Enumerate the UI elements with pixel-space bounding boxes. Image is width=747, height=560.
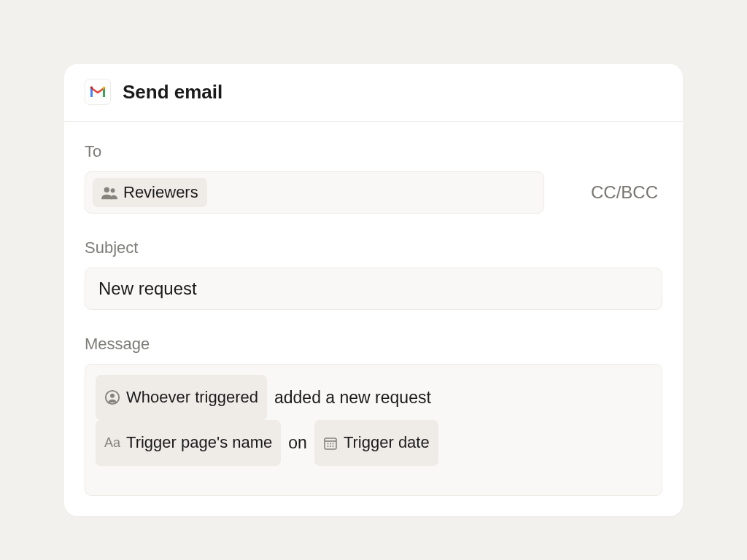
cc-bcc-button[interactable]: CC/BCC	[591, 182, 662, 203]
svg-point-3	[110, 394, 115, 398]
subject-value: New request	[93, 274, 203, 303]
subject-label: Subject	[85, 238, 662, 257]
svg-point-6	[327, 443, 328, 444]
to-label: To	[85, 142, 662, 161]
message-input[interactable]: Whoever triggered added a new request Aa…	[85, 364, 662, 496]
subject-input[interactable]: New request	[85, 268, 662, 310]
svg-point-11	[332, 446, 333, 447]
to-chip-reviewers[interactable]: Reviewers	[93, 178, 207, 207]
svg-point-1	[111, 188, 115, 192]
message-line-1: Whoever triggered added a new request	[96, 375, 651, 420]
message-line-2: Aa Trigger page's name on	[96, 420, 651, 465]
card-title: Send email	[123, 81, 222, 104]
token-trigger-date-label: Trigger date	[344, 425, 430, 460]
token-whoever-label: Whoever triggered	[126, 380, 258, 415]
gmail-icon	[85, 79, 111, 105]
people-icon	[101, 185, 117, 200]
card-body: To Reviewers CC/BCC Subject New request	[64, 122, 683, 516]
to-input[interactable]: Reviewers	[85, 171, 544, 214]
token-page-name-label: Trigger page's name	[126, 425, 272, 460]
svg-point-10	[330, 446, 331, 447]
svg-point-7	[330, 443, 331, 444]
subject-field: Subject New request	[85, 238, 662, 310]
message-field: Message Whoever triggered added a new re…	[85, 335, 662, 496]
token-trigger-page-name[interactable]: Aa Trigger page's name	[96, 420, 281, 465]
card-header: Send email	[64, 64, 683, 122]
message-label: Message	[85, 335, 662, 354]
text-aa-icon: Aa	[104, 429, 120, 458]
token-whoever-triggered[interactable]: Whoever triggered	[96, 375, 267, 420]
message-text-added: added a new request	[274, 379, 431, 416]
to-row: Reviewers CC/BCC	[85, 171, 662, 214]
to-chip-label: Reviewers	[123, 183, 198, 202]
send-email-card: Send email To Reviewers CC/BCC Subject	[64, 64, 683, 516]
message-text-on: on	[288, 424, 307, 462]
svg-point-9	[327, 446, 328, 447]
svg-point-8	[332, 443, 333, 444]
calendar-icon	[323, 436, 338, 451]
person-circle-icon	[104, 389, 120, 405]
token-trigger-date[interactable]: Trigger date	[314, 420, 438, 465]
svg-point-0	[104, 187, 109, 192]
